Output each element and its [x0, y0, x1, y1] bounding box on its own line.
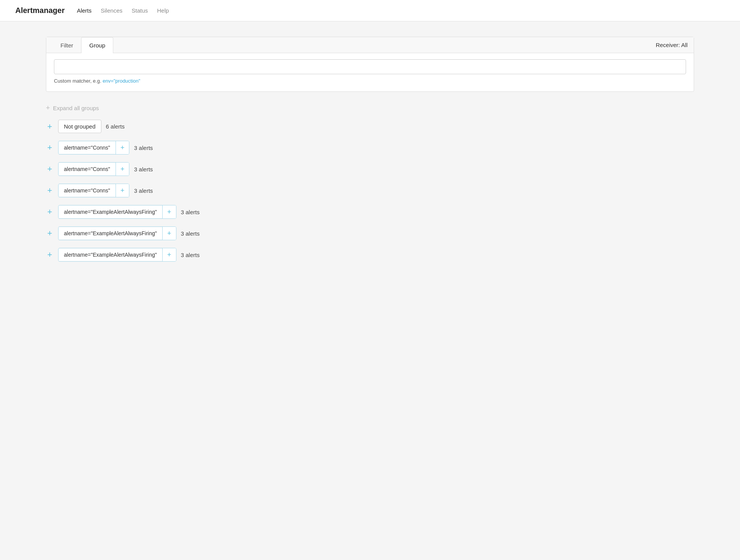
receiver-label: Receiver: All	[656, 37, 688, 53]
expand-group-1-icon[interactable]: +	[46, 165, 54, 173]
group-tag-label-3: alertname="ExampleAlertAlwaysFiring"	[59, 206, 162, 218]
nav-links: Alerts Silences Status Help	[77, 6, 169, 15]
group-tag-4: alertname="ExampleAlertAlwaysFiring" +	[58, 226, 176, 240]
expand-all-icon: +	[46, 104, 50, 112]
group-tag-plus-3[interactable]: +	[162, 205, 176, 218]
group-row-1: + alertname="Conns" + 3 alerts	[46, 162, 694, 176]
group-tag-plus-5[interactable]: +	[162, 248, 176, 261]
nav-alerts[interactable]: Alerts	[77, 6, 91, 15]
tab-filter[interactable]: Filter	[52, 37, 81, 53]
group-count-5: 3 alerts	[181, 252, 200, 258]
group-row-not-grouped: + Not grouped 6 alerts	[46, 120, 694, 133]
expand-all-label: Expand all groups	[53, 105, 99, 111]
group-tag-plus-2[interactable]: +	[116, 184, 129, 197]
app-brand: Alertmanager	[15, 6, 65, 15]
not-grouped-count: 6 alerts	[106, 123, 125, 130]
filter-tabs-bar: Filter Group Receiver: All	[46, 37, 694, 53]
group-count-3: 3 alerts	[181, 209, 200, 215]
expand-group-0-icon[interactable]: +	[46, 143, 54, 152]
nav-silences[interactable]: Silences	[101, 6, 122, 15]
filter-hint: Custom matcher, e.g. env="production"	[54, 78, 686, 84]
expand-group-5-icon[interactable]: +	[46, 251, 54, 259]
filter-hint-link[interactable]: env="production"	[103, 78, 140, 84]
group-count-4: 3 alerts	[181, 230, 200, 237]
main-content: Filter Group Receiver: All Custom matche…	[0, 21, 740, 285]
group-tag-plus-4[interactable]: +	[162, 227, 176, 240]
group-tag-label-2: alertname="Conns"	[59, 184, 116, 197]
group-row-5: + alertname="ExampleAlertAlwaysFiring" +…	[46, 248, 694, 262]
group-tag-2: alertname="Conns" +	[58, 184, 129, 197]
groups-section: + Expand all groups + Not grouped 6 aler…	[46, 104, 694, 262]
group-count-2: 3 alerts	[134, 187, 153, 194]
group-tag-1: alertname="Conns" +	[58, 162, 129, 176]
nav-help[interactable]: Help	[157, 6, 169, 15]
group-tag-label-1: alertname="Conns"	[59, 163, 116, 175]
filter-card: Filter Group Receiver: All Custom matche…	[46, 37, 694, 92]
group-row-4: + alertname="ExampleAlertAlwaysFiring" +…	[46, 226, 694, 240]
group-tag-label-5: alertname="ExampleAlertAlwaysFiring"	[59, 249, 162, 261]
tab-group[interactable]: Group	[81, 37, 113, 53]
group-tag-3: alertname="ExampleAlertAlwaysFiring" +	[58, 205, 176, 219]
expand-group-3-icon[interactable]: +	[46, 208, 54, 216]
group-tag-label-4: alertname="ExampleAlertAlwaysFiring"	[59, 227, 162, 239]
filter-body: Custom matcher, e.g. env="production"	[46, 53, 694, 91]
expand-all-groups[interactable]: + Expand all groups	[46, 104, 694, 112]
group-tag-5: alertname="ExampleAlertAlwaysFiring" +	[58, 248, 176, 262]
group-row-0: + alertname="Conns" + 3 alerts	[46, 141, 694, 155]
filter-input[interactable]	[54, 59, 686, 74]
group-row-2: + alertname="Conns" + 3 alerts	[46, 184, 694, 197]
expand-group-4-icon[interactable]: +	[46, 229, 54, 238]
expand-not-grouped-icon[interactable]: +	[46, 122, 54, 131]
group-tag-plus-0[interactable]: +	[116, 141, 129, 154]
group-count-1: 3 alerts	[134, 166, 153, 173]
group-count-0: 3 alerts	[134, 145, 153, 151]
group-tag-0: alertname="Conns" +	[58, 141, 129, 155]
expand-group-2-icon[interactable]: +	[46, 186, 54, 195]
nav-status[interactable]: Status	[132, 6, 148, 15]
group-row-3: + alertname="ExampleAlertAlwaysFiring" +…	[46, 205, 694, 219]
not-grouped-badge: Not grouped	[58, 120, 101, 133]
filter-tabs-left: Filter Group	[52, 37, 113, 53]
navbar: Alertmanager Alerts Silences Status Help	[0, 0, 740, 21]
group-tag-label-0: alertname="Conns"	[59, 142, 116, 154]
group-tag-plus-1[interactable]: +	[116, 163, 129, 176]
